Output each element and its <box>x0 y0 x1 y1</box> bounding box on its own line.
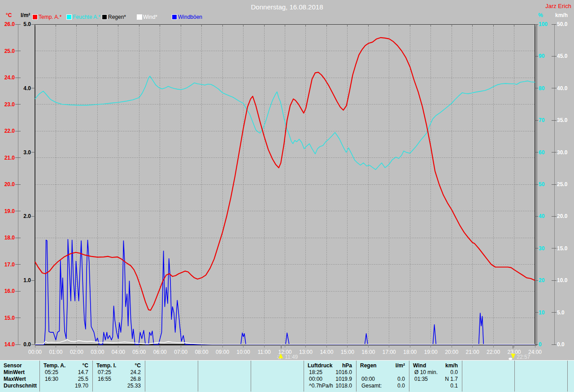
humidity-tick-label: 20 <box>539 277 545 283</box>
table-row-label: Sensor <box>4 362 22 369</box>
x-tick-label: 07:00 <box>174 349 187 355</box>
temp-tick-label: 23.0 <box>4 101 15 108</box>
x-tick-label: 21:00 <box>466 349 479 355</box>
table-min-value: 0.0 <box>409 369 458 375</box>
temp-tick-label: 20.0 <box>4 181 15 187</box>
x-tick-label: 02:00 <box>70 349 83 355</box>
x-tick-label: 19:00 <box>424 349 438 355</box>
table-row-label: MinWert <box>4 369 25 375</box>
rain-tick-label: 4.0 <box>23 85 31 91</box>
table-min-value: 14.7 <box>39 369 88 375</box>
temp-tick-label: 24.0 <box>4 74 15 81</box>
x-tick-label: 09:00 <box>216 349 229 355</box>
x-tick-label: 06:00 <box>153 349 167 355</box>
temp-tick-label: 26.0 <box>4 21 15 27</box>
humidity-tick-label: 80 <box>539 85 545 91</box>
table-sensor-unit: l/m² <box>356 362 405 369</box>
temp-tick-label: 18.0 <box>4 235 15 241</box>
sun-marker-time: 11:49 <box>285 354 298 360</box>
humidity-tick-label: 100 <box>539 21 548 27</box>
table-column-divider <box>567 361 568 392</box>
rain-tick-label: 0.0 <box>23 341 31 348</box>
x-tick-label: 24:00 <box>528 349 542 355</box>
x-tick-label: 08:00 <box>195 349 209 355</box>
temp-tick-label: 25.0 <box>4 48 15 54</box>
humidity-tick-label: 60 <box>539 149 545 156</box>
x-tick-label: 22:00 <box>487 349 500 355</box>
temp-tick-label: 17.0 <box>4 261 15 268</box>
humidity-tick-label: 0 <box>539 341 542 348</box>
humidity-tick-label: 30 <box>539 245 545 252</box>
temp-tick-label: 14.0 <box>4 341 15 348</box>
x-tick-label: 16:00 <box>361 349 375 355</box>
table-max-value: 0.0 <box>356 376 405 382</box>
x-tick-label: 10:00 <box>237 349 250 355</box>
windspeed-tick-label: 0.0 <box>557 341 565 348</box>
table-sensor-unit: °C <box>92 362 141 369</box>
x-tick-label: 20:00 <box>445 349 458 355</box>
table-max-value: 1019.9 <box>304 376 352 382</box>
rain-tick-label: 1.0 <box>23 277 31 283</box>
table-avg-value: 0.0 <box>356 383 405 389</box>
x-tick-label: 17:00 <box>383 349 396 355</box>
table-column-divider <box>514 361 515 392</box>
windspeed-tick-label: 5.0 <box>557 309 565 316</box>
table-column-divider <box>145 361 145 392</box>
rain-tick-label: 3.0 <box>23 149 31 156</box>
table-avg-value: 25.33 <box>92 383 141 389</box>
table-avg-value: 1018.0 <box>304 383 352 389</box>
x-tick-label: 14:00 <box>320 349 333 355</box>
windspeed-tick-label: 15.0 <box>557 245 568 252</box>
x-tick-label: 01:00 <box>49 349 62 355</box>
table-avg-value: 19.70 <box>39 383 88 389</box>
humidity-tick-label: 90 <box>539 53 545 59</box>
table-sensor-unit: hPa <box>304 362 352 369</box>
temp-tick-label: 22.0 <box>4 128 15 134</box>
table-sensor-unit: °C <box>39 362 88 369</box>
chart-plot-area: 26.025.024.023.022.021.020.019.018.017.0… <box>0 0 574 360</box>
windspeed-tick-label: 50.0 <box>557 21 568 27</box>
table-avg-value: 0.1 <box>409 383 458 389</box>
windspeed-tick-label: 10.0 <box>557 277 568 283</box>
humidity-tick-label: 50 <box>539 181 545 187</box>
table-min-value: 1016.0 <box>304 369 352 375</box>
table-min-value: 24.2 <box>92 369 141 375</box>
temp-tick-label: 21.0 <box>4 155 15 161</box>
table-column-divider <box>462 361 462 392</box>
x-tick-label: 11:00 <box>257 349 270 355</box>
x-tick-label: 15:00 <box>341 349 354 355</box>
table-row-label: Durchschnitt <box>4 383 37 389</box>
humidity-tick-label: 10 <box>539 309 545 316</box>
x-tick-label: 05:00 <box>132 349 146 355</box>
table-row-label: MaxWert <box>4 376 26 382</box>
x-tick-label: 04:00 <box>112 349 125 355</box>
temp-tick-label: 19.0 <box>4 208 15 214</box>
windspeed-tick-label: 25.0 <box>557 181 568 187</box>
table-max-value: N 1.7 <box>409 376 458 382</box>
temp-tick-label: 15.0 <box>4 315 15 321</box>
sun-marker-time: 22:57 <box>517 354 530 360</box>
table-max-value: 26.8 <box>92 376 141 382</box>
windspeed-tick-label: 35.0 <box>557 117 568 123</box>
windspeed-tick-label: 20.0 <box>557 213 568 219</box>
rain-tick-label: 5.0 <box>23 21 31 27</box>
temp-tick-label: 16.0 <box>4 288 15 294</box>
table-max-value: 25.5 <box>39 376 88 382</box>
windspeed-tick-label: 40.0 <box>557 85 568 91</box>
statistics-table: SensorMinWertMaxWertDurchschnittTemp. A.… <box>0 360 574 392</box>
x-tick-label: 13:00 <box>299 349 313 355</box>
x-tick-label: 18:00 <box>403 349 417 355</box>
humidity-tick-label: 40 <box>539 213 545 219</box>
weather-app-window: Donnerstag, 16.08.2018 Jarz Erich °C l/m… <box>0 0 574 392</box>
windspeed-tick-label: 30.0 <box>557 149 568 156</box>
horizon-icon <box>509 358 512 360</box>
table-column-divider <box>251 361 251 392</box>
table-column-divider <box>198 361 198 392</box>
rain-tick-label: 2.0 <box>23 213 31 219</box>
x-tick-label: 03:00 <box>91 349 104 355</box>
table-sensor-unit: km/h <box>409 362 458 369</box>
humidity-tick-label: 70 <box>539 117 545 123</box>
windspeed-tick-label: 45.0 <box>557 53 568 59</box>
x-tick-label: 00:00 <box>28 349 42 355</box>
